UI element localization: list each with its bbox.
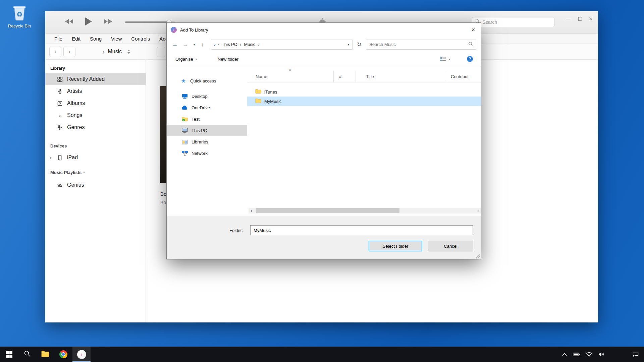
tree-item-label: Network: [192, 151, 208, 156]
action-center-icon[interactable]: [633, 352, 639, 357]
cancel-button[interactable]: Cancel: [428, 241, 473, 251]
folder-name-input[interactable]: [250, 225, 473, 235]
media-kind-selector[interactable]: ♪ Music: [102, 44, 130, 59]
minimize-button[interactable]: —: [566, 16, 571, 22]
album-title[interactable]: Bo: [160, 191, 166, 197]
view-dropdown-icon[interactable]: ▾: [449, 58, 450, 61]
network-wifi-icon[interactable]: [586, 352, 592, 357]
menu-edit[interactable]: Edit: [72, 36, 80, 42]
menu-file[interactable]: File: [54, 36, 62, 42]
tree-item-label: Desktop: [192, 94, 208, 99]
sidebar-item-genres[interactable]: Genres: [45, 121, 146, 133]
play-button[interactable]: [85, 17, 92, 27]
taskbar-itunes-button[interactable]: ♪: [72, 347, 91, 362]
maximize-button[interactable]: [578, 17, 582, 21]
forward-button[interactable]: ›: [63, 47, 75, 57]
recycle-bin[interactable]: ♻ Recycle Bin: [4, 4, 35, 28]
add-to-library-dialog: ♪ Add To Library × ← → ▾ ↑ ♪ › This PC ›…: [166, 22, 481, 259]
nav-back-button[interactable]: ←: [171, 41, 179, 48]
breadcrumb-this-pc[interactable]: This PC: [220, 42, 239, 47]
resize-grip[interactable]: [476, 254, 480, 258]
tree-item-network[interactable]: Network: [167, 147, 247, 159]
sidebar-item-label: iPad: [67, 155, 78, 161]
taskbar-file-explorer-button[interactable]: [36, 347, 54, 362]
tree-item-test[interactable]: Test: [167, 113, 247, 125]
column-title[interactable]: Title: [356, 71, 447, 82]
file-explorer-icon: [41, 351, 49, 358]
menu-view[interactable]: View: [111, 36, 122, 42]
taskbar-search-button[interactable]: [18, 347, 36, 362]
file-row-itunes[interactable]: iTunes: [247, 87, 481, 97]
chevron-down-icon: ▾: [83, 171, 85, 174]
nav-up-button[interactable]: ↑: [199, 42, 206, 47]
dialog-close-button[interactable]: ×: [466, 23, 481, 37]
tree-item-this-pc[interactable]: This PC: [167, 125, 247, 136]
refresh-button[interactable]: ↻: [356, 41, 363, 48]
back-button[interactable]: ‹: [49, 47, 61, 57]
album-subtitle: Bo: [160, 200, 166, 205]
fast-forward-button[interactable]: [104, 19, 112, 25]
music-note-icon: ♪: [102, 49, 105, 55]
menu-controls[interactable]: Controls: [131, 36, 150, 42]
dialog-search-box[interactable]: [366, 40, 476, 50]
address-bar[interactable]: ♪ › This PC › Music › ▾: [211, 40, 353, 50]
help-button[interactable]: ?: [467, 56, 473, 62]
sidebar-item-artists[interactable]: Artists: [45, 85, 146, 97]
folder-label: Folder:: [229, 228, 243, 233]
menu-song[interactable]: Song: [90, 36, 102, 42]
sidebar-item-songs[interactable]: ♪ Songs: [45, 109, 146, 121]
album-icon: [56, 101, 63, 106]
tree-item-quick-access[interactable]: ★ Quick access: [167, 75, 247, 86]
devices-header: Devices: [45, 140, 146, 152]
new-folder-button[interactable]: New folder: [218, 57, 238, 62]
media-kind-stepper[interactable]: [127, 50, 130, 54]
breadcrumb-music[interactable]: Music: [242, 42, 257, 47]
sidebar-item-recently-added[interactable]: Recently Added: [45, 73, 146, 85]
dialog-titlebar[interactable]: ♪ Add To Library ×: [167, 23, 481, 37]
organise-button[interactable]: Organise ▾: [175, 57, 197, 62]
battery-icon[interactable]: [573, 353, 580, 356]
recycle-bin-label: Recycle Bin: [8, 23, 31, 28]
select-folder-button[interactable]: Select Folder: [369, 241, 422, 251]
onedrive-cloud-icon: [181, 105, 188, 110]
scroll-left-arrow[interactable]: ‹: [249, 208, 254, 214]
playlists-header[interactable]: Music Playlists ▾: [45, 166, 146, 179]
start-button[interactable]: [0, 347, 18, 362]
horizontal-scrollbar[interactable]: ‹ ›: [249, 208, 481, 214]
sidebar-item-albums[interactable]: Albums: [45, 97, 146, 109]
nav-history-dropdown-icon[interactable]: ▾: [192, 43, 196, 46]
taskbar-chrome-button[interactable]: [54, 347, 72, 362]
nav-forward-button[interactable]: →: [182, 41, 189, 48]
itunes-sidebar: Library Recently Added Artists: [45, 60, 146, 322]
column-number[interactable]: #: [334, 71, 356, 82]
volume-icon[interactable]: [598, 352, 604, 357]
tray-show-hidden-icons[interactable]: [562, 353, 567, 356]
disclosure-icon[interactable]: ▸: [50, 156, 52, 160]
itunes-search-input[interactable]: [482, 19, 551, 25]
svg-text:♻: ♻: [16, 10, 22, 18]
sidebar-item-genius[interactable]: Genius: [45, 179, 146, 191]
libraries-icon: [181, 139, 188, 144]
tree-item-label: This PC: [192, 128, 207, 133]
dialog-search-input[interactable]: [369, 42, 466, 47]
address-dropdown-icon[interactable]: ▾: [347, 43, 350, 46]
rewind-button[interactable]: [65, 19, 73, 25]
dialog-title: Add To Library: [180, 27, 462, 33]
scroll-right-arrow[interactable]: ›: [475, 208, 481, 214]
file-row-mymusic[interactable]: MyMusic: [247, 97, 481, 106]
sidebar-item-ipad[interactable]: ▸ iPad: [45, 152, 146, 164]
view-details-icon[interactable]: [440, 56, 446, 62]
itunes-search-box[interactable]: [472, 17, 554, 27]
column-name[interactable]: Name: [247, 71, 334, 82]
scrollbar-thumb[interactable]: [256, 208, 399, 213]
genius-atom-icon: [56, 182, 63, 188]
tree-item-onedrive[interactable]: OneDrive: [167, 102, 247, 113]
close-button[interactable]: ×: [589, 15, 593, 22]
miniplayer-icon[interactable]: [157, 47, 165, 57]
column-contributing[interactable]: Contributi: [447, 71, 481, 82]
file-list: ∧ Name # Title Contributi iTunes: [247, 66, 481, 217]
tree-item-desktop[interactable]: Desktop: [167, 90, 247, 102]
folder-icon: [255, 98, 261, 104]
tree-item-libraries[interactable]: Libraries: [167, 136, 247, 147]
tree-item-label: Test: [192, 117, 200, 122]
